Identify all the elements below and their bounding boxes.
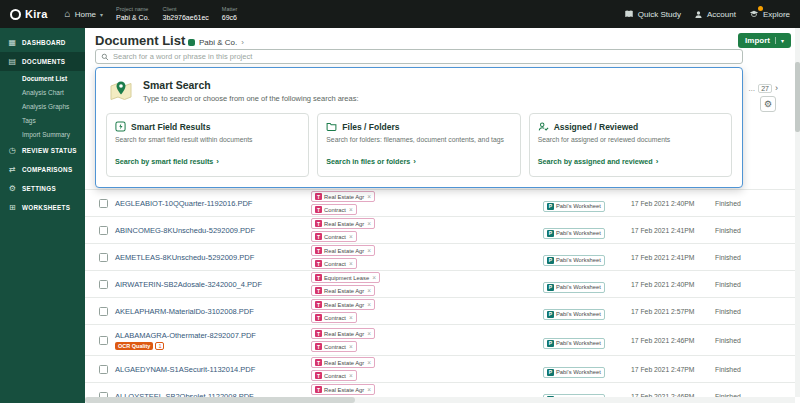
- tag-chip[interactable]: T Contract ×: [311, 231, 357, 242]
- worksheet-chip[interactable]: P Pabi's Worksheet: [543, 255, 605, 266]
- tag-chip[interactable]: T Real Estate Agr ×: [311, 285, 375, 296]
- document-name-link[interactable]: AEGLEABIOT-10QQuarter-1192016.PDF: [115, 199, 252, 208]
- tag-chip[interactable]: T Contract ×: [311, 258, 357, 269]
- tag-chip[interactable]: T Real Estate Agr ×: [311, 218, 375, 229]
- tag-remove-icon[interactable]: ×: [367, 220, 371, 227]
- sidebar-item-dashboard[interactable]: ▦ DASHBOARD: [0, 33, 85, 52]
- tag-chip[interactable]: T Real Estate Agr ×: [311, 191, 375, 202]
- sidebar-item-documents[interactable]: ▤ DOCUMENTS: [0, 52, 85, 71]
- tag-label: Contract: [324, 207, 346, 213]
- sidebar-item-comparisons[interactable]: ⇄ COMPARISONS: [0, 160, 85, 179]
- vertical-scrollbar[interactable]: [795, 28, 800, 397]
- row-checkbox[interactable]: [99, 199, 108, 208]
- pagination-page-27[interactable]: 27: [758, 84, 772, 93]
- search-in-files-link[interactable]: Search in files or folders ›: [326, 157, 416, 166]
- search-input[interactable]: [113, 52, 737, 61]
- kira-logo-icon: [10, 9, 21, 20]
- tag-remove-icon[interactable]: ×: [367, 247, 371, 254]
- worksheet-chip[interactable]: P Pabi's Worksheet: [543, 228, 605, 239]
- worksheet-chip[interactable]: P Pabi's Worksheet: [543, 338, 605, 349]
- table-settings-button[interactable]: ⚙: [760, 96, 776, 112]
- tag-remove-icon[interactable]: ×: [367, 193, 371, 200]
- document-name-link[interactable]: ALABAMAGRA-Othermater-8292007.PDF: [115, 331, 256, 340]
- tag-remove-icon[interactable]: ×: [372, 274, 376, 281]
- document-name-link[interactable]: AEMETLEAS-8KUnschedu-5292009.PDF: [115, 253, 254, 262]
- explore-button[interactable]: Explore: [749, 9, 790, 19]
- tag-remove-icon[interactable]: ×: [367, 287, 371, 294]
- worksheet-label: Pabi's Worksheet: [556, 311, 601, 317]
- tag-chip[interactable]: T Real Estate Agr ×: [311, 299, 375, 310]
- gear-icon: ⚙: [764, 99, 772, 109]
- project-label: Project name: [116, 6, 149, 13]
- tag-chip[interactable]: T Real Estate Agr ×: [311, 357, 375, 368]
- quick-study-button[interactable]: Quick Study: [624, 9, 681, 19]
- import-button[interactable]: Import ▾: [738, 33, 791, 48]
- pagination-next-icon[interactable]: ›: [775, 83, 778, 93]
- project-breadcrumb[interactable]: Pabi & Co. ›: [188, 38, 244, 47]
- search-by-smart-field-link[interactable]: Search by smart field results ›: [115, 157, 219, 166]
- tag-chip[interactable]: T Contract ×: [311, 312, 357, 323]
- tag-remove-icon[interactable]: ×: [367, 386, 371, 393]
- worksheet-chip[interactable]: P Pabi's Worksheet: [543, 282, 605, 293]
- worksheet-chip[interactable]: P Pabi's Worksheet: [543, 309, 605, 320]
- sidebar-item-document-list[interactable]: Document List: [0, 71, 85, 85]
- row-checkbox[interactable]: [99, 365, 108, 374]
- tag-remove-icon[interactable]: ×: [367, 301, 371, 308]
- tag-list: T Real Estate Agr × T Contract ×: [311, 245, 543, 269]
- sidebar-item-worksheets[interactable]: ⊞ WORKSHEETS: [0, 198, 85, 217]
- name-cell: ALABAMAGRA-Othermater-8292007.PDF OCR Qu…: [115, 331, 311, 350]
- row-checkbox[interactable]: [99, 336, 108, 345]
- sidebar-comparisons-label: COMPARISONS: [22, 166, 72, 173]
- tag-remove-icon[interactable]: ×: [349, 233, 353, 240]
- row-checkbox[interactable]: [99, 307, 108, 316]
- card-smart-field-results[interactable]: Smart Field Results Search for smart fie…: [106, 113, 309, 177]
- link-label: Search by smart field results: [115, 157, 213, 166]
- worksheet-chip[interactable]: P Pabi's Worksheet: [543, 367, 605, 378]
- explore-icon: [749, 9, 759, 19]
- tag-label: Contract: [324, 315, 346, 321]
- tag-chip[interactable]: T Real Estate Agr ×: [311, 384, 375, 395]
- tag-label: Real Estate Agr: [324, 194, 364, 200]
- tag-remove-icon[interactable]: ×: [367, 359, 371, 366]
- horizontal-scrollbar-thumb[interactable]: [85, 397, 355, 403]
- kira-logo[interactable]: Kira: [10, 8, 48, 20]
- tag-remove-icon[interactable]: ×: [349, 343, 353, 350]
- document-name-link[interactable]: AIRWATERIN-SB2Adosale-3242000_4.PDF: [115, 280, 262, 289]
- sidebar-item-tags[interactable]: Tags: [0, 113, 85, 127]
- document-name-link[interactable]: ALGAEDYNAM-S1ASecurit-1132014.PDF: [115, 365, 255, 374]
- tag-chip[interactable]: T Real Estate Agr ×: [311, 245, 375, 256]
- tag-type-icon: T: [315, 372, 322, 379]
- document-name-link[interactable]: AKELAPHARM-MaterialDo-3102008.PDF: [115, 307, 254, 316]
- tag-chip[interactable]: T Equipment Lease ×: [311, 272, 380, 283]
- document-name-link[interactable]: ABINCOMEG-8KUnschedu-5292009.PDF: [115, 226, 255, 235]
- tag-remove-icon[interactable]: ×: [349, 372, 353, 379]
- card-assigned-reviewed[interactable]: Assigned / Reviewed Search for assigned …: [529, 113, 732, 177]
- row-checkbox[interactable]: [99, 226, 108, 235]
- tag-chip[interactable]: T Contract ×: [311, 204, 357, 215]
- card-files-folders[interactable]: Files / Folders Search for folders: file…: [317, 113, 520, 177]
- ocr-quality-badge[interactable]: OCR Quality 1: [115, 342, 311, 350]
- tag-remove-icon[interactable]: ×: [367, 330, 371, 337]
- tag-remove-icon[interactable]: ×: [349, 260, 353, 267]
- tag-remove-icon[interactable]: ×: [349, 206, 353, 213]
- tag-chip[interactable]: T Contract ×: [311, 370, 357, 381]
- sidebar-item-review-status[interactable]: ◷ REVIEW STATUS: [0, 141, 85, 160]
- tag-chip[interactable]: T Real Estate Agr ×: [311, 328, 375, 339]
- tag-label: Real Estate Agr: [324, 387, 364, 393]
- home-menu[interactable]: ⌂ Home ▾: [65, 9, 103, 19]
- account-button[interactable]: Account: [694, 10, 736, 19]
- sidebar-item-import-summary[interactable]: Import Summary: [0, 127, 85, 141]
- search-by-assigned-link[interactable]: Search by assigned and reviewed ›: [538, 157, 659, 166]
- sidebar-item-analysis-chart[interactable]: Analysis Chart: [0, 85, 85, 99]
- sidebar-item-settings[interactable]: ⚙ SETTINGS: [0, 179, 85, 198]
- row-checkbox[interactable]: [99, 253, 108, 262]
- account-label: Account: [707, 10, 736, 19]
- row-checkbox[interactable]: [99, 280, 108, 289]
- sidebar-item-analysis-graphs[interactable]: Analysis Graphs: [0, 99, 85, 113]
- tag-chip[interactable]: T Contract ×: [311, 341, 357, 352]
- vertical-scrollbar-thumb[interactable]: [795, 62, 800, 132]
- chevron-right-icon: ›: [656, 157, 659, 166]
- worksheet-chip[interactable]: P Pabi's Worksheet: [543, 201, 605, 212]
- horizontal-scrollbar[interactable]: [85, 397, 795, 403]
- tag-remove-icon[interactable]: ×: [349, 314, 353, 321]
